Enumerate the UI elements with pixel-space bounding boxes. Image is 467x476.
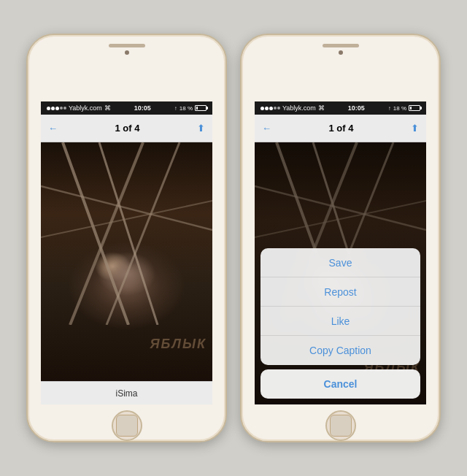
signal-dots — [47, 107, 66, 110]
phone1-photo-area: ЯБЛЫК — [41, 142, 212, 381]
speaker-2 — [323, 44, 359, 47]
phone1-nav-title: 1 of 4 — [115, 123, 140, 134]
p2-signal-dots — [260, 107, 280, 110]
phone1-nav-bar: ← 1 of 4 ⬆ — [41, 115, 212, 142]
action-repost-label: Repost — [324, 286, 356, 298]
p2-battery-icon — [409, 105, 420, 111]
action-like-label: Like — [331, 315, 350, 327]
dot-5 — [63, 107, 66, 110]
phone2-nav-bar: ← 1 of 4 ⬆ — [255, 115, 426, 142]
action-sheet-save[interactable]: Save — [260, 248, 420, 277]
home-button-inner-1 — [116, 415, 138, 437]
dot-3 — [55, 107, 59, 110]
p2-dot-5 — [277, 107, 280, 110]
battery-percent: 18 % — [180, 105, 193, 112]
battery-icon — [195, 105, 207, 111]
action-save-label: Save — [329, 257, 352, 269]
phone1-caption: iSima — [41, 381, 212, 404]
action-sheet-main-group: Save Repost Like Copy Caption — [260, 248, 420, 365]
phone2-share-button[interactable]: ⬆ — [411, 123, 419, 134]
dot-2 — [51, 107, 55, 110]
action-sheet-repost[interactable]: Repost — [260, 277, 420, 307]
phone2-nav-title: 1 of 4 — [329, 123, 354, 134]
phone1-back-button[interactable]: ← — [48, 123, 58, 134]
p2-wifi-icon: ⌘ — [318, 104, 325, 112]
phone1-cat-photo: ЯБЛЫК — [41, 142, 212, 381]
p2-dot-1 — [260, 107, 264, 110]
action-cancel-label: Cancel — [324, 378, 358, 390]
home-button-inner-2 — [330, 415, 352, 437]
phone1-status-right: ↑ 18 % — [174, 105, 207, 112]
dot-4 — [60, 107, 63, 110]
phone2-status-right: ↑ 18 % — [388, 105, 420, 112]
phone2-photo-area: ЯБЛЫК Save Repost Like Copy Caption — [255, 142, 426, 404]
phone1-share-button[interactable]: ⬆ — [197, 123, 205, 134]
phone1-top — [28, 35, 225, 58]
phone1-caption-text: iSima — [115, 388, 137, 399]
phone2-back-button[interactable]: ← — [262, 123, 271, 134]
phone1-home-button[interactable] — [112, 410, 142, 441]
phone1-status-left: Yablyk.com ⌘ — [47, 104, 111, 112]
phone2-status-bar: Yablyk.com ⌘ 10:05 ↑ 18 % — [255, 101, 426, 115]
p2-carrier-name: Yablyk.com — [282, 104, 316, 112]
dot-1 — [47, 107, 50, 110]
action-sheet-overlay: Save Repost Like Copy Caption Cancel — [255, 142, 426, 404]
action-copy-caption-label: Copy Caption — [309, 345, 371, 356]
action-sheet-like[interactable]: Like — [260, 307, 420, 336]
action-sheet-cancel-group: Cancel — [260, 369, 420, 399]
carrier-name: Yablyk.com — [69, 104, 102, 112]
p2-battery-fill — [410, 107, 412, 110]
phone2-time: 10:05 — [348, 104, 365, 112]
phone2-screen: Yablyk.com ⌘ 10:05 ↑ 18 % ← 1 of 4 ⬆ — [255, 101, 426, 404]
p2-battery-percent: 18 % — [393, 105, 406, 112]
phone1-watermark: ЯБЛЫК — [150, 337, 207, 352]
iphone-1: Yablyk.com ⌘ 10:05 ↑ 18 % ← 1 of 4 ⬆ — [26, 34, 227, 442]
phone2-status-left: Yablyk.com ⌘ — [260, 104, 325, 112]
p2-dot-3 — [269, 107, 273, 110]
wifi-icon: ⌘ — [104, 104, 111, 112]
phone1-screen: Yablyk.com ⌘ 10:05 ↑ 18 % ← 1 of 4 ⬆ — [41, 101, 212, 404]
phone1-status-bar: Yablyk.com ⌘ 10:05 ↑ 18 % — [41, 101, 212, 115]
action-sheet-cancel-button[interactable]: Cancel — [260, 369, 420, 399]
phone1-time: 10:05 — [134, 104, 151, 112]
p2-dot-2 — [265, 107, 269, 110]
p2-dot-4 — [274, 107, 277, 110]
camera-2 — [339, 50, 343, 55]
action-sheet-copy-caption[interactable]: Copy Caption — [260, 336, 420, 365]
phone2-top — [242, 35, 439, 58]
camera-1 — [125, 50, 129, 55]
phone2-home-button[interactable] — [325, 410, 356, 441]
p2-signal-arrow-icon: ↑ — [388, 105, 391, 112]
signal-arrow-icon: ↑ — [174, 105, 177, 112]
speaker-1 — [109, 44, 145, 47]
battery-fill — [196, 107, 198, 110]
iphone-2: Yablyk.com ⌘ 10:05 ↑ 18 % ← 1 of 4 ⬆ — [240, 34, 441, 442]
